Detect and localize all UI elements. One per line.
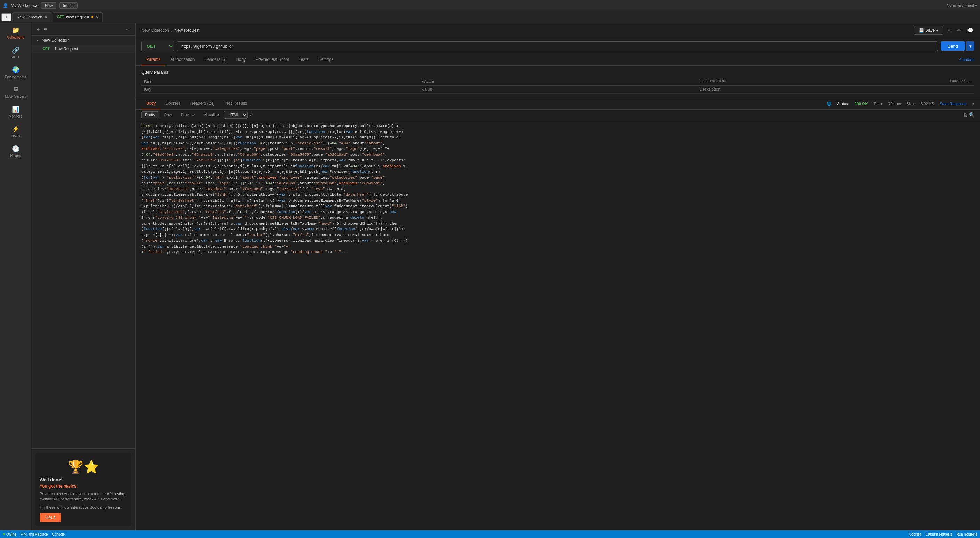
tab-close-icon[interactable]: ✕: [95, 15, 98, 19]
send-dropdown-button[interactable]: ▾: [966, 41, 974, 51]
query-params-title: Query Params: [141, 70, 974, 75]
code-line-12: categories:"10e2be12",page:"749ad047",po…: [141, 186, 974, 192]
tab-new-request[interactable]: GET New Request ✕: [52, 12, 103, 22]
globe-icon: 🌐: [827, 102, 831, 106]
add-collection-button[interactable]: +: [35, 26, 41, 33]
workspace-name: My Workspace: [11, 3, 38, 8]
code-line-6: {404:"00d640a8",about:"024aacd1",archive…: [141, 152, 974, 158]
bulk-edit-button[interactable]: Bulk Edit: [950, 79, 966, 83]
save-dropdown-icon: ▾: [936, 28, 938, 33]
sidebar-item-collections[interactable]: 📁 Collections: [0, 23, 31, 43]
code-line-2: [a]);f&&f(t);while(p.length)p.shift()();…: [141, 129, 974, 135]
console-item[interactable]: Console: [52, 532, 65, 536]
sidebar-item-environments[interactable]: 🌍 Environments: [0, 63, 31, 83]
format-preview-button[interactable]: Preview: [177, 111, 198, 118]
code-line-9: categories:1,page:1,result:1,tags:1};n[e…: [141, 169, 974, 175]
cookies-status-item[interactable]: Cookies: [909, 532, 921, 536]
size-value: 3.02 KB: [921, 102, 934, 106]
tab-new-request-label: New Request: [66, 15, 89, 19]
sidebar-item-flows[interactable]: ⚡ Flows: [0, 122, 31, 141]
right-panel: New Collection / New Request 💾 Save ▾ ··…: [136, 23, 980, 530]
key-input[interactable]: [144, 87, 416, 92]
collection-row[interactable]: ▼ New Collection: [31, 36, 135, 45]
main-area: 📁 Collections 🔗 APIs 🌍 Environments 🖥 Mo…: [0, 23, 980, 530]
sidebar-item-mock-servers[interactable]: 🖥 Mock Servers: [0, 83, 31, 102]
sidebar-item-apis[interactable]: 🔗 APIs: [0, 43, 31, 63]
save-response-button[interactable]: Save Response: [940, 102, 967, 106]
run-requests-item[interactable]: Run requests: [957, 532, 977, 536]
tab-tests[interactable]: Tests: [294, 54, 313, 65]
sidebar-item-environments-label: Environments: [5, 75, 26, 79]
online-label: Online: [6, 532, 16, 536]
env-selector[interactable]: No Environment ▾: [947, 3, 977, 8]
bootcamp-subtitle: You got the basics.: [40, 484, 127, 489]
bootcamp-description: Postman also enables you to automate API…: [40, 491, 127, 502]
format-actions: ⧉ 🔍: [964, 112, 974, 118]
format-visualize-button[interactable]: Visualize: [200, 111, 223, 118]
panel-actions: + ≡: [35, 26, 48, 33]
language-select[interactable]: HTML JSON XML: [224, 111, 248, 119]
cookies-link[interactable]: Cookies: [959, 55, 974, 65]
tab-close-icon[interactable]: ✕: [45, 15, 47, 19]
method-select[interactable]: GET POST PUT DELETE PATCH: [141, 41, 174, 51]
request-actions: 💾 Save ▾ ··· ✏ 💬: [913, 26, 974, 35]
got-it-button[interactable]: Got It: [40, 513, 61, 522]
res-tab-body[interactable]: Body: [141, 98, 161, 109]
filter-button[interactable]: ≡: [43, 26, 48, 33]
format-pretty-button[interactable]: Pretty: [141, 111, 159, 118]
left-panel: + ≡ ··· ▼ New Collection GET New Request…: [31, 23, 136, 530]
environments-icon: 🌍: [12, 66, 19, 74]
add-tab-button[interactable]: +: [2, 13, 11, 21]
res-tab-cookies[interactable]: Cookies: [161, 98, 185, 109]
search-button[interactable]: 🔍: [969, 112, 974, 118]
tab-settings[interactable]: Settings: [313, 54, 338, 65]
format-raw-button[interactable]: Raw: [161, 111, 176, 118]
new-button[interactable]: New: [41, 2, 56, 9]
response-header: Body Cookies Headers (24) Test Results 🌐…: [136, 98, 980, 110]
comment-button[interactable]: 💬: [966, 26, 974, 35]
wrap-button[interactable]: ↩: [249, 112, 253, 117]
tab-new-collection-label: New Collection: [17, 15, 42, 19]
request-tabs: Params Authorization Headers (6) Body Pr…: [136, 54, 980, 66]
res-tab-test-results[interactable]: Test Results: [220, 98, 252, 109]
params-table: KEY VALUE DESCRIPTION ··· Bulk Edit: [141, 78, 974, 94]
edit-button[interactable]: ✏: [956, 26, 963, 35]
request-header: New Collection / New Request 💾 Save ▾ ··…: [136, 23, 980, 38]
find-replace-item[interactable]: Find and Replace: [21, 532, 48, 536]
copy-button[interactable]: ⧉: [964, 112, 967, 118]
params-row: [141, 86, 974, 94]
send-button[interactable]: Send: [941, 41, 965, 51]
tab-authorization[interactable]: Authorization: [165, 54, 199, 65]
params-more-icon[interactable]: ···: [968, 79, 972, 84]
desc-input[interactable]: [700, 87, 972, 92]
capture-label: Capture requests: [926, 532, 953, 536]
code-line-10: {for(var a="static/css/"+({404:"404",abo…: [141, 175, 974, 181]
save-button[interactable]: 💾 Save ▾: [913, 26, 943, 35]
key-column-header: KEY: [141, 78, 419, 86]
history-icon: 🕐: [12, 145, 19, 153]
response-status: 🌐 Status: 200 OK Time: 794 ms Size: 3.02…: [827, 102, 974, 106]
tab-pre-request-script[interactable]: Pre-request Script: [251, 54, 294, 65]
sidebar-item-monitors[interactable]: 📊 Monitors: [0, 102, 31, 122]
status-value: 200 OK: [855, 102, 868, 106]
response-area: Body Cookies Headers (24) Test Results 🌐…: [136, 98, 980, 530]
import-button[interactable]: Import: [59, 2, 78, 9]
save-label: Save: [925, 28, 935, 33]
panel-more-button[interactable]: ···: [124, 26, 131, 33]
value-input[interactable]: [422, 87, 694, 92]
tab-new-collection[interactable]: New Collection ✕: [12, 12, 51, 22]
desc-column-header: DESCRIPTION ··· Bulk Edit: [697, 78, 974, 86]
tab-body[interactable]: Body: [231, 54, 251, 65]
url-input[interactable]: [177, 41, 938, 51]
tab-params[interactable]: Params: [141, 54, 165, 65]
sidebar-item-history[interactable]: 🕐 History: [0, 141, 31, 161]
top-bar: 👤 My Workspace New Import No Environment…: [0, 0, 980, 11]
capture-item[interactable]: Capture requests: [926, 532, 953, 536]
workspace-icon: 👤: [3, 3, 8, 8]
request-more-button[interactable]: ···: [946, 26, 953, 35]
res-tab-headers[interactable]: Headers (24): [186, 98, 220, 109]
sidebar-item-collections-label: Collections: [7, 35, 24, 39]
unsaved-dot: [91, 16, 93, 18]
tab-headers[interactable]: Headers (6): [199, 54, 231, 65]
request-item[interactable]: GET New Request: [31, 45, 135, 52]
